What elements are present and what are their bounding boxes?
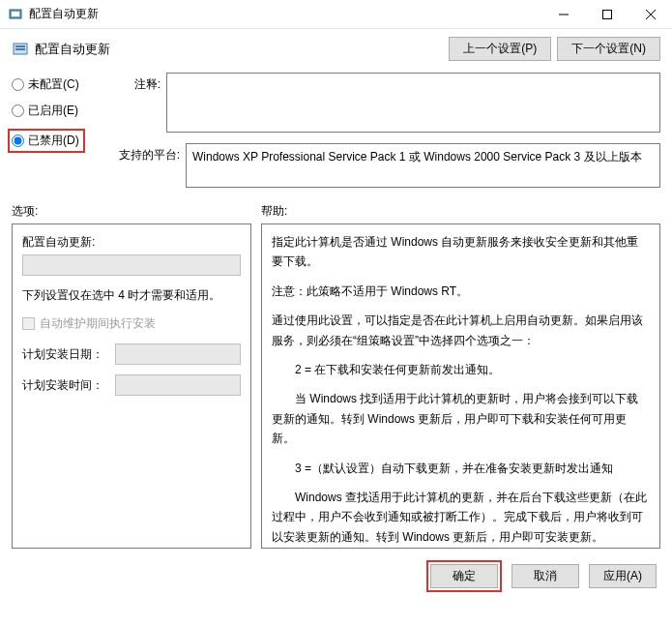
comment-textarea[interactable] — [166, 73, 660, 133]
help-text: 通过使用此设置，可以指定是否在此计算机上启用自动更新。如果启用该服务，则必须在“… — [272, 311, 650, 350]
options-panel: 配置自动更新: 下列设置仅在选中 4 时才需要和适用。 自动维护期间执行安装 计… — [12, 224, 251, 549]
previous-setting-button[interactable]: 上一个设置(P) — [449, 37, 551, 61]
radio-enabled-input[interactable] — [12, 104, 24, 117]
help-panel[interactable]: 指定此计算机是否通过 Windows 自动更新服务来接收安全更新和其他重要下载。… — [261, 224, 660, 549]
help-text: Windows 查找适用于此计算机的更新，并在后台下载这些更新（在此过程中，用户… — [272, 488, 650, 547]
svg-rect-3 — [602, 10, 611, 18]
radio-not-configured-input[interactable] — [12, 78, 24, 91]
radio-disabled-label: 已禁用(D) — [28, 133, 79, 149]
help-text: 3 =（默认设置）自动下载更新，并在准备安装更新时发出通知 — [272, 459, 650, 478]
help-text: 当 Windows 找到适用于此计算机的更新时，用户将会接到可以下载更新的通知。… — [272, 389, 650, 448]
maximize-button[interactable] — [585, 0, 628, 28]
maintenance-checkbox-row[interactable]: 自动维护期间执行安装 — [22, 315, 241, 332]
state-radio-group: 未配置(C) 已启用(E) 已禁用(D) — [12, 73, 108, 188]
install-time-select[interactable] — [115, 374, 241, 396]
page-title: 配置自动更新 — [35, 41, 449, 58]
install-time-label: 计划安装时间： — [22, 377, 115, 394]
app-icon — [8, 7, 23, 22]
close-button[interactable] — [628, 0, 672, 28]
supported-platform-text: Windows XP Professional Service Pack 1 或… — [186, 143, 660, 188]
install-date-label: 计划安装日期： — [22, 346, 115, 363]
help-text: 2 = 在下载和安装任何更新前发出通知。 — [272, 360, 650, 379]
window-controls — [541, 0, 672, 28]
options-note: 下列设置仅在选中 4 时才需要和适用。 — [22, 287, 241, 304]
options-section-label: 选项: — [12, 203, 261, 220]
footer-buttons: 确定 取消 应用(A) — [0, 549, 672, 604]
configure-update-label: 配置自动更新: — [22, 234, 241, 251]
cancel-button[interactable]: 取消 — [511, 564, 579, 588]
minimize-button[interactable] — [541, 0, 585, 28]
configure-update-select[interactable] — [22, 254, 241, 276]
radio-disabled-highlight: 已禁用(D) — [8, 129, 85, 153]
radio-not-configured-label: 未配置(C) — [28, 76, 79, 93]
ok-button[interactable]: 确定 — [430, 564, 498, 588]
help-text: 注意：此策略不适用于 Windows RT。 — [272, 282, 650, 301]
next-setting-button[interactable]: 下一个设置(N) — [557, 37, 660, 61]
install-date-select[interactable] — [115, 343, 241, 365]
platform-label: 支持的平台: — [108, 143, 186, 164]
header-row: 配置自动更新 上一个设置(P) 下一个设置(N) — [0, 29, 672, 73]
help-section-label: 帮助: — [261, 203, 287, 220]
maintenance-checkbox[interactable] — [22, 317, 35, 330]
ok-button-highlight: 确定 — [426, 560, 502, 592]
svg-rect-7 — [15, 45, 25, 47]
radio-enabled[interactable]: 已启用(E) — [12, 103, 108, 119]
window-title: 配置自动更新 — [29, 6, 541, 22]
titlebar: 配置自动更新 — [0, 0, 672, 29]
policy-icon — [12, 41, 29, 58]
svg-rect-1 — [12, 12, 19, 16]
help-text: 指定此计算机是否通过 Windows 自动更新服务来接收安全更新和其他重要下载。 — [272, 232, 650, 272]
svg-rect-8 — [15, 48, 25, 50]
comment-label: 注释: — [108, 73, 166, 135]
radio-enabled-label: 已启用(E) — [28, 103, 78, 119]
radio-not-configured[interactable]: 未配置(C) — [12, 76, 108, 93]
apply-button[interactable]: 应用(A) — [589, 564, 657, 588]
maintenance-checkbox-label: 自动维护期间执行安装 — [40, 315, 156, 332]
radio-disabled-input[interactable] — [12, 134, 24, 147]
